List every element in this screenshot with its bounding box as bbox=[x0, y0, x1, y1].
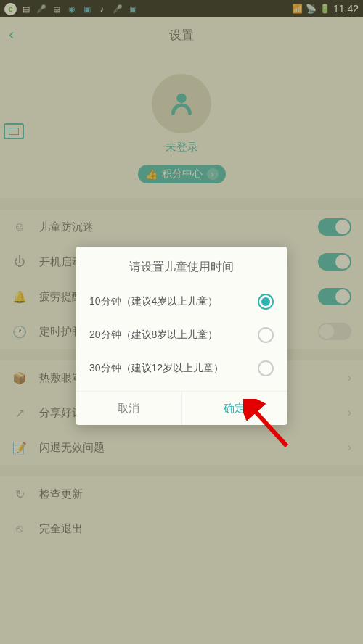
option-label: 30分钟（建议12岁以上儿童） bbox=[89, 362, 224, 375]
option-label: 20分钟（建议8岁以上儿童） bbox=[89, 329, 218, 342]
radio-button[interactable] bbox=[258, 327, 274, 343]
option-30min[interactable]: 30分钟（建议12岁以上儿童） bbox=[76, 352, 287, 385]
option-label: 10分钟（建议4岁以上儿童） bbox=[89, 295, 218, 308]
confirm-button[interactable]: 确定 bbox=[182, 392, 287, 425]
cancel-button[interactable]: 取消 bbox=[76, 392, 182, 425]
radio-button[interactable] bbox=[258, 360, 274, 376]
dialog-buttons: 取消 确定 bbox=[76, 391, 287, 425]
option-10min[interactable]: 10分钟（建议4岁以上儿童） bbox=[76, 285, 287, 318]
dialog-title: 请设置儿童使用时间 bbox=[76, 247, 287, 285]
radio-button[interactable] bbox=[258, 294, 274, 310]
time-dialog: 请设置儿童使用时间 10分钟（建议4岁以上儿童） 20分钟（建议8岁以上儿童） … bbox=[76, 247, 287, 425]
option-20min[interactable]: 20分钟（建议8岁以上儿童） bbox=[76, 318, 287, 352]
